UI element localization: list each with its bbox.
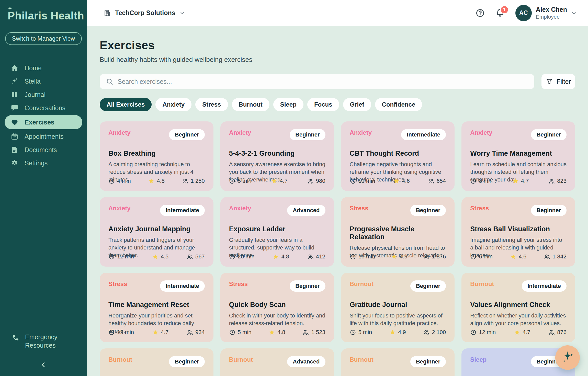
users-icon [302, 329, 309, 336]
difficulty-badge: Beginner [410, 205, 446, 216]
sidebar-item-appointments[interactable]: Appointments [0, 130, 87, 143]
chip-anxiety[interactable]: Anxiety [155, 98, 191, 111]
clock-icon [108, 178, 115, 184]
card-title: 5-4-3-2-1 Grounding [229, 150, 325, 157]
ai-assistant-button[interactable] [555, 345, 580, 370]
users-stat: 2 100 [423, 329, 446, 336]
search-icon [106, 78, 114, 85]
difficulty-badge: Beginner [531, 129, 567, 140]
users-icon [423, 254, 429, 260]
exercise-card-cbt-thought-record[interactable]: Anxiety Intermediate CBT Thought RecordC… [341, 121, 455, 191]
card-title: Stress Ball Visualization [470, 225, 567, 233]
users-icon [187, 329, 193, 336]
organization-selector[interactable]: TechCorp Solutions [103, 9, 185, 17]
rating-stat: 4.6 [510, 253, 527, 260]
exercise-card-gratitude-journal[interactable]: Burnout Beginner Gratitude JournalShift … [341, 273, 455, 342]
sidebar-item-documents[interactable]: Documents [0, 143, 87, 156]
user-role: Employee [536, 14, 567, 20]
avatar: AC [515, 5, 532, 21]
chip-focus[interactable]: Focus [307, 98, 339, 111]
sidebar-item-exercises[interactable]: Exercises [5, 115, 82, 129]
users-icon [307, 178, 314, 184]
sidebar-item-label: Conversations [25, 104, 65, 112]
card-title: Exposure Ladder [229, 225, 325, 233]
category-chips: All ExercisesAnxietyStressBurnoutSleepFo… [100, 98, 575, 111]
difficulty-badge: Advanced [287, 205, 325, 216]
chip-all-exercises[interactable]: All Exercises [100, 98, 152, 111]
star-icon [393, 178, 400, 184]
card-description: Reflect on whether your daily activities… [470, 312, 567, 327]
sidebar-item-home[interactable]: Home [0, 61, 87, 75]
card-description: Check in with your body to identify and … [229, 312, 325, 327]
building-icon [103, 9, 111, 17]
exercise-card-5-4-3-2-1-grounding[interactable]: Anxiety Beginner 5-4-3-2-1 GroundingA se… [220, 121, 334, 191]
card-category: Anxiety [350, 129, 372, 136]
card-category: Anxiety [108, 205, 131, 212]
exercise-card-time-management-reset[interactable]: Stress Intermediate Time Management Rese… [100, 273, 213, 342]
exercise-card-boundary-setting-practice[interactable]: Burnout Advanced Boundary Setting Practi… [220, 348, 334, 376]
card-category: Burnout [470, 280, 494, 288]
exercise-card-worry-time-management[interactable]: Anxiety Beginner Worry Time ManagementLe… [461, 121, 575, 191]
filter-button[interactable]: Filter [541, 74, 575, 89]
star-icon [512, 178, 519, 184]
card-stats: 5 min 4.7 980 [229, 178, 325, 184]
search-input[interactable] [118, 78, 528, 85]
exercise-card-exposure-ladder[interactable]: Anxiety Advanced Exposure LadderGraduall… [220, 197, 334, 267]
users-stat: 1 876 [423, 253, 446, 260]
notifications-button[interactable]: 1 [495, 8, 505, 18]
exercise-card-quick-body-scan[interactable]: Stress Beginner Quick Body ScanCheck in … [220, 273, 334, 342]
chip-sleep[interactable]: Sleep [273, 98, 303, 111]
chip-grief[interactable]: Grief [343, 98, 371, 111]
emergency-resources-label: Emergency Resources [25, 333, 66, 349]
users-stat: 934 [187, 329, 205, 336]
chip-stress[interactable]: Stress [195, 98, 228, 111]
star-icon [391, 254, 397, 260]
app-logo: Philaris Health [8, 10, 84, 22]
chip-burnout[interactable]: Burnout [232, 98, 269, 111]
card-title: Box Breathing [108, 150, 205, 157]
card-stats: 20 min 4.8 412 [229, 253, 325, 260]
clock-icon [108, 329, 115, 336]
top-header: TechCorp Solutions 1 AC Alex Chen Employ… [87, 0, 588, 26]
card-stats: 10 min 4.9 1 876 [350, 253, 446, 260]
rating-stat: 4.7 [512, 178, 529, 184]
users-icon [182, 178, 188, 184]
difficulty-badge: Intermediate [160, 280, 205, 292]
sidebar-item-settings[interactable]: Settings [0, 156, 87, 170]
sidebar-nav: HomeStellaJournalConversationsExercisesA… [0, 61, 87, 170]
users-stat: 1 250 [182, 178, 205, 184]
exercise-card-self-compassion-break[interactable]: Burnout Beginner Self-Compassion Break [341, 348, 455, 376]
user-menu[interactable]: AC Alex Chen Employee [515, 5, 577, 21]
sidebar-item-journal[interactable]: Journal [0, 88, 87, 101]
exercise-card-energy-audit[interactable]: Burnout Beginner Energy Audit [100, 348, 213, 376]
card-category: Burnout [108, 356, 132, 363]
card-stats: 5 min 4.9 2 100 [350, 329, 446, 336]
users-icon [548, 178, 555, 184]
exercise-card-stress-ball-visualization[interactable]: Stress Beginner Stress Ball Visualizatio… [461, 197, 575, 267]
chevron-down-icon [571, 10, 577, 16]
calendar-icon [11, 133, 18, 140]
exercise-card-values-alignment-check[interactable]: Burnout Intermediate Values Alignment Ch… [461, 273, 575, 342]
star-icon [152, 329, 159, 336]
collapse-sidebar-button[interactable] [40, 361, 47, 368]
star-icon [269, 329, 275, 336]
card-title: Quick Body Scan [229, 301, 325, 309]
exercise-card-box-breathing[interactable]: Anxiety Beginner Box BreathingA calming … [100, 121, 213, 191]
emergency-resources-link[interactable]: Emergency Resources [0, 333, 87, 349]
difficulty-badge: Beginner [290, 129, 325, 140]
clock-icon [350, 329, 356, 336]
users-stat: 876 [548, 329, 567, 336]
sidebar-item-conversations[interactable]: Conversations [0, 101, 87, 115]
chat-bubble-icon [11, 104, 18, 112]
exercise-card-anxiety-journal-mapping[interactable]: Anxiety Intermediate Anxiety Journal Map… [100, 197, 213, 267]
page-title: Exercises [100, 38, 575, 52]
users-icon [428, 178, 434, 184]
users-stat: 654 [428, 178, 446, 184]
chip-confidence[interactable]: Confidence [375, 98, 422, 111]
sidebar-item-stella[interactable]: Stella [0, 75, 87, 88]
switch-to-manager-view-button[interactable]: Switch to Manager View [5, 32, 82, 45]
exercise-card-progressive-muscle-relaxation[interactable]: Stress Beginner Progressive Muscle Relax… [341, 197, 455, 267]
duration-stat: 10 min [350, 253, 375, 260]
help-button[interactable] [476, 8, 485, 18]
help-icon [476, 8, 485, 18]
